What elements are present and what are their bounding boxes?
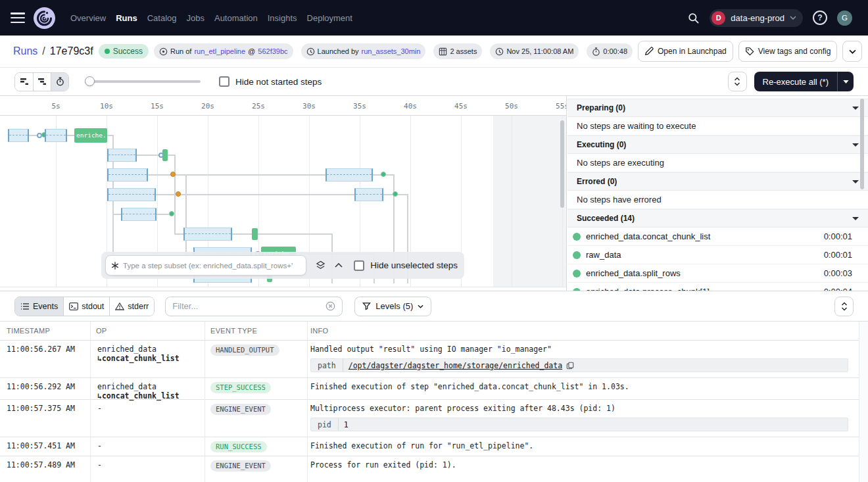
op-name: enriched_data [97,345,201,354]
reexecute-dropdown[interactable] [837,72,854,91]
run-tag[interactable]: Launched by run_assets_30min [301,43,426,59]
open-in-launchpad-button[interactable]: Open in Launchpad [638,41,733,62]
step-row[interactable]: raw_data0:00:01 [567,246,868,264]
nav-item-jobs[interactable]: Jobs [187,13,205,23]
tag-link[interactable]: run_assets_30min [362,47,421,55]
step-row[interactable]: enriched_data.concat_chunk_list0:00:01 [567,228,868,246]
status-badge: Success [99,44,149,59]
chevron-down-icon [790,16,796,20]
step-status-dot [573,233,581,241]
gantt-step-box[interactable] [45,129,67,142]
gantt-step-bar[interactable] [162,149,168,161]
gantt-connector [67,135,74,136]
nav-item-catalog[interactable]: Catalog [147,13,177,23]
steps-section-title: Executing (0) [577,140,626,149]
tab-stderr[interactable]: stderr [109,297,154,316]
hide-unselected-checkbox[interactable] [354,260,364,271]
search-icon[interactable] [687,12,700,24]
clear-filter-icon[interactable] [326,301,335,311]
step-row[interactable]: enriched_data.split_rows0:00:03 [567,264,868,283]
tag-text: @ [248,47,255,55]
nav-item-runs[interactable]: Runs [116,13,137,23]
chevron-up-icon[interactable] [335,263,343,268]
gantt-connector [232,233,252,235]
event-info: Multiprocess executor: parent process ex… [308,400,868,437]
nav-item-automation[interactable]: Automation [214,13,258,23]
workspace-switcher[interactable]: D data-eng-prod [710,9,803,27]
avatar[interactable]: G [837,11,852,26]
step-subset-input[interactable] [123,262,301,270]
step-duration: 0:00:03 [824,268,852,278]
gantt-marker-dot [393,191,398,197]
steps-section-header[interactable]: Preparing (0) [567,99,868,117]
axis-tick-label: 35s [353,102,366,110]
event-timestamp: 11:00:57.489 AM [0,456,91,482]
step-duration: 0:00:04 [824,287,852,291]
nav-item-deployment[interactable]: Deployment [307,13,352,23]
event-row: 11:00:57.375 AM-ENGINE_EVENTMultiprocess… [0,400,868,437]
steps-section-header[interactable]: Executing (0) [567,135,868,154]
tag-text: 2 assets [450,47,477,55]
tag-link[interactable]: 562f39bc [258,47,287,55]
axis-tick-label: 20s [201,102,214,110]
view-tags-config-button[interactable]: View tags and config [738,41,838,62]
event-info-text: Finished execution of step "enriched_dat… [310,382,864,391]
gantt-step-box[interactable] [354,188,383,201]
copy-icon[interactable] [566,362,574,370]
tag-link[interactable]: run_etl_pipeline [194,47,245,55]
reexecute-all-button[interactable]: Re-execute all (*) [754,72,854,91]
axis-tick-label: 45s [454,102,468,110]
tag-text: Run of [170,47,191,55]
console-icon [69,302,78,310]
metadata-value: 1 [339,420,354,429]
waterfall-view-button[interactable] [33,73,51,91]
steps-section-header[interactable]: Succeeded (14) [567,209,868,228]
more-actions-button[interactable] [842,41,862,62]
tab-events[interactable]: Events [15,297,63,316]
gantt-step-box[interactable] [121,208,157,221]
steps-panel: Preparing (0)No steps are waiting to exe… [567,96,868,291]
log-filter [165,297,343,316]
steps-section-header[interactable]: Errored (0) [567,172,868,191]
op-selector-icon [111,262,119,270]
steps-panel-scrollbar[interactable] [860,99,864,189]
levels-dropdown[interactable]: Levels (5) [354,297,431,316]
tab-stdout[interactable]: stdout [63,297,109,316]
event-op: - [91,437,205,456]
log-filter-input[interactable] [172,301,320,311]
gantt-step-bar[interactable]: enriche. [74,128,107,143]
dagster-logo[interactable] [34,7,55,29]
gantt-step-box[interactable] [8,129,29,142]
metadata-path-link[interactable]: /opt/dagster/dagster_home/storage/enrich… [349,361,562,370]
log-scroll-buttons[interactable] [834,297,854,316]
step-row[interactable]: enriched_data.process_chunk[1]0:00:04 [567,283,868,291]
events-scrollbar-track[interactable] [859,322,868,482]
warning-icon [115,302,124,310]
chevron-down-icon [849,49,856,54]
event-type-cell: ENGINE_EVENT [205,456,308,482]
breadcrumb-runs-link[interactable]: Runs [13,45,37,57]
gantt-step-box[interactable] [107,188,156,201]
step-duration: 0:00:01 [824,250,852,260]
nav-item-insights[interactable]: Insights [268,13,297,23]
timed-view-button[interactable] [51,73,68,91]
gantt-step-box[interactable] [183,228,232,241]
run-tag[interactable]: Run of run_etl_pipeline @ 562f39bc [154,43,293,59]
run-tag[interactable]: Nov 25, 11:00:08 AM [490,43,579,59]
run-tag[interactable]: 0:00:48 [587,43,633,59]
expand-collapse-button[interactable] [728,72,747,91]
help-icon[interactable]: ? [813,11,827,25]
gantt-step-bar[interactable] [252,228,258,240]
nav-item-overview[interactable]: Overview [70,13,106,23]
flat-view-button[interactable] [15,73,33,91]
gantt-scrollbar[interactable] [560,120,564,208]
zoom-slider[interactable] [85,76,201,87]
gantt-step-box[interactable] [326,168,373,181]
layers-icon[interactable] [316,260,326,270]
hide-not-started-checkbox[interactable] [219,76,229,87]
menu-icon[interactable] [11,12,25,23]
slider-thumb[interactable] [85,76,95,86]
gantt-step-box[interactable] [107,149,137,162]
gantt-step-box[interactable] [107,168,148,181]
run-tag[interactable]: 2 assets [433,43,482,59]
